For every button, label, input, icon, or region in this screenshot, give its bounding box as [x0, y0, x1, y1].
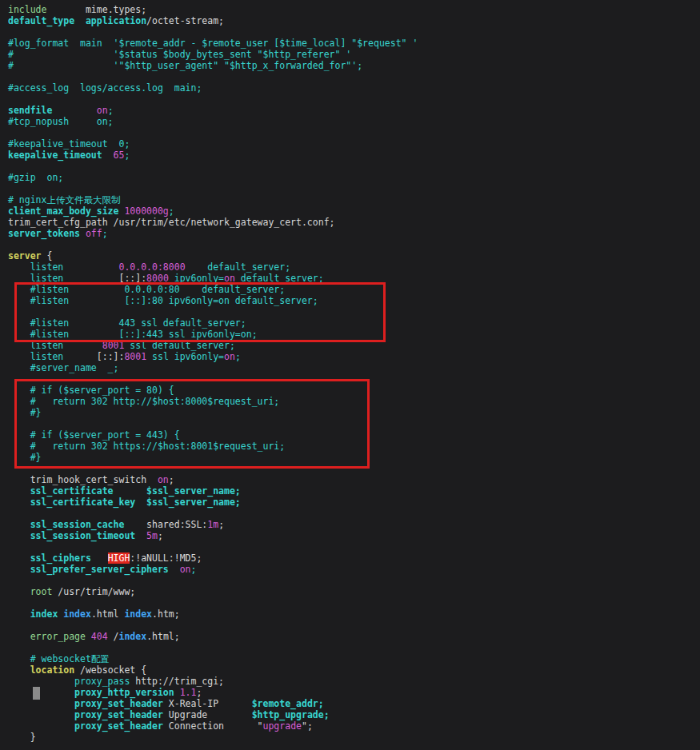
code-segment: /usr/trim/www;: [58, 586, 135, 597]
code-line: [8, 541, 700, 553]
code-line: [8, 620, 700, 631]
code-line: listen [::]:8001 ssl ipv6only=on;: [8, 351, 700, 362]
code-segment: $remote_addr;: [252, 698, 324, 709]
code-line: #listen [::]:80 ipv6only=on default_serv…: [8, 295, 700, 306]
code-segment: [::]:: [118, 273, 146, 284]
code-line: [8, 642, 700, 653]
code-line: [8, 418, 700, 429]
code-segment: #listen [::]:443 ssl ipv6only=on;: [8, 329, 258, 340]
code-segment: mime.types;: [86, 4, 146, 15]
code-segment: #}: [8, 407, 42, 418]
code-line: # if ($server_port = 80) {: [8, 385, 700, 396]
code-segment: listen: [8, 261, 118, 273]
code-segment: .html: [91, 608, 125, 620]
code-line: [8, 161, 700, 172]
code-segment: index: [63, 608, 91, 620]
code-line: #listen 443 ssl default_server;: [8, 317, 700, 329]
code-line: [8, 127, 700, 138]
code-line: ssl_certificate_key $ssl_server_name;: [8, 497, 700, 508]
code-segment: index: [8, 608, 63, 620]
code-line: # if ($server_port = 443) {: [8, 429, 700, 441]
code-segment: default_server;: [235, 273, 324, 284]
code-segment: Connection: [169, 720, 258, 732]
code-segment: client_max_body_size: [8, 205, 124, 217]
code-line: [8, 463, 700, 474]
code-segment: listen: [8, 340, 102, 351]
code-segment: # nginx上传文件最大限制: [8, 194, 120, 205]
code-line: index index.html index.htm;: [8, 608, 700, 620]
code-segment: 5m: [146, 530, 158, 541]
code-segment: ssl_ciphers: [8, 553, 108, 564]
code-segment: Upgrade: [169, 709, 252, 720]
code-line: #}: [8, 407, 700, 418]
code-line: [8, 373, 700, 385]
code-segment: #}: [8, 452, 42, 463]
code-line: proxy_pass http://trim_cgi;: [8, 676, 700, 687]
code-segment: ssl_certificate $ssl_server_name;: [8, 485, 241, 497]
code-line: client_max_body_size 1000000g;: [8, 205, 700, 217]
code-segment: trim_hook_cert_switch: [8, 474, 158, 485]
code-line: ssl_certificate $ssl_server_name;: [8, 485, 700, 497]
code-segment: 65: [114, 150, 125, 161]
code-segment: [::]:: [97, 351, 125, 362]
code-segment: proxy_set_header: [8, 720, 169, 732]
code-segment: ;: [102, 228, 108, 239]
code-segment: 8001: [102, 340, 125, 351]
code-line: #gzip on;: [8, 172, 700, 183]
code-segment: /websocket {: [80, 664, 146, 676]
code-segment: ;: [108, 105, 114, 116]
code-line: location /websocket {: [8, 664, 700, 676]
code-segment: 1m: [207, 519, 218, 530]
code-line: listen 0.0.0.0:8000 default_server;: [8, 261, 700, 273]
code-segment: proxy_pass: [8, 676, 135, 687]
code-line: proxy_set_header X-Real-IP $remote_addr;: [8, 698, 700, 709]
code-segment: index: [119, 631, 147, 642]
code-segment: on: [97, 105, 108, 116]
code-segment: ;: [191, 564, 197, 575]
code-line: #listen 0.0.0.0:80 default_server;: [8, 284, 700, 295]
code-segment: HIGH: [108, 553, 130, 564]
code-segment: /octet-stream;: [146, 15, 224, 26]
code-segment: default_type application: [8, 15, 146, 26]
code-line: ssl_session_cache shared:SSL:1m;: [8, 519, 700, 530]
code-line: server {: [8, 250, 700, 261]
code-segment: upgrade: [263, 720, 302, 732]
code-segment: on: [158, 474, 169, 485]
code-line: ssl_prefer_server_ciphers on;: [8, 564, 700, 575]
code-line: sendfile on;: [8, 105, 700, 116]
code-segment: ;: [124, 150, 130, 161]
code-segment: proxy_set_header: [8, 709, 169, 720]
code-segment: ssl_certificate_key $ssl_server_name;: [8, 497, 241, 508]
code-segment: # '$status $body_bytes_sent "$http_refer…: [8, 49, 351, 60]
code-line: # nginx上传文件最大限制: [8, 194, 700, 205]
code-segment: on: [224, 351, 235, 362]
code-line: [8, 508, 700, 519]
code-line: }: [8, 732, 700, 743]
code-segment: ssl ipv6only=: [146, 351, 224, 362]
code-segment: $http_upgrade;: [252, 709, 330, 720]
code-line: [8, 743, 700, 750]
code-line: [8, 71, 700, 82]
code-segment: keepalive_timeout: [8, 150, 114, 161]
code-area[interactable]: include mime.types;default_type applicat…: [0, 0, 700, 750]
code-segment: ;: [218, 519, 224, 530]
code-segment: ssl_session_cache: [8, 519, 146, 530]
code-line: proxy_set_header Connection "upgrade";: [8, 720, 700, 732]
code-segment: ;: [158, 530, 163, 541]
code-line: ssl_session_timeout 5m;: [8, 530, 700, 541]
code-segment: server_tokens: [8, 228, 86, 239]
code-line: [8, 183, 700, 194]
code-line: [8, 597, 700, 608]
code-segment: .html;: [146, 631, 180, 642]
code-line: #keepalive_timeout 0;: [8, 138, 700, 150]
code-segment: ";: [302, 720, 313, 732]
code-line: error_page 404 /index.html;: [8, 631, 700, 642]
code-segment: ;: [169, 205, 174, 217]
code-line: ssl_ciphers HIGH:!aNULL:!MD5;: [8, 553, 700, 564]
code-segment: # return 302 http://$host:8000$request_u…: [8, 396, 279, 407]
code-segment: default_server;: [186, 261, 291, 273]
code-segment: ipv6only=: [169, 273, 224, 284]
code-segment: listen: [8, 351, 97, 362]
code-line: #listen [::]:443 ssl ipv6only=on;: [8, 329, 700, 340]
code-segment: 404: [91, 631, 108, 642]
